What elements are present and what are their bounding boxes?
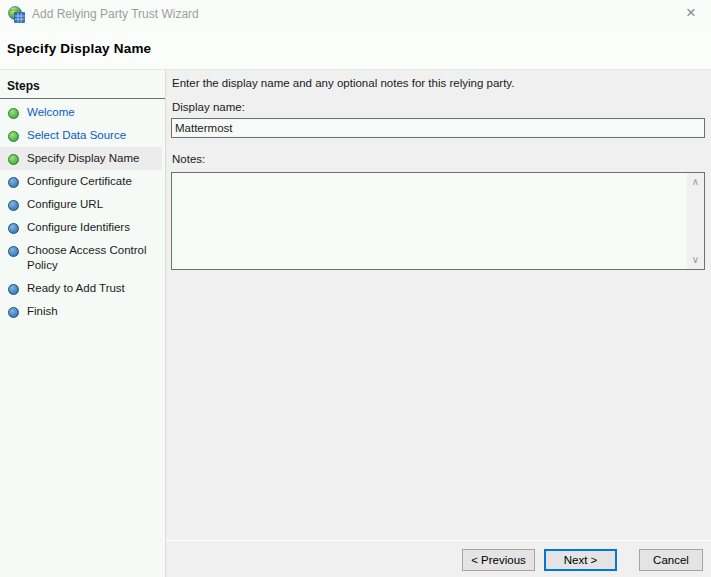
step-item-choose-access-control-policy[interactable]: Choose Access Control Policy — [0, 239, 162, 277]
step-item-configure-url[interactable]: Configure URL — [0, 193, 162, 216]
scroll-up-icon[interactable]: ∧ — [687, 175, 704, 189]
steps-heading: Steps — [0, 70, 165, 99]
notes-field-frame: ∧ ∨ — [171, 172, 705, 270]
step-bullet-icon — [8, 131, 19, 142]
display-name-label: Display name: — [172, 101, 245, 113]
title-bar: Add Relying Party Trust Wizard × — [0, 0, 711, 28]
scroll-down-icon[interactable]: ∨ — [687, 253, 704, 267]
adfs-wizard-globe-icon — [8, 6, 25, 23]
page-title: Specify Display Name — [7, 41, 151, 56]
step-item-select-data-source[interactable]: Select Data Source — [0, 124, 162, 147]
step-label: Welcome — [27, 105, 75, 120]
wizard-window: Add Relying Party Trust Wizard × Specify… — [0, 0, 711, 577]
footer-button-bar: < Previous Next > Cancel — [166, 541, 711, 577]
step-bullet-icon — [8, 223, 19, 234]
step-label: Configure Certificate — [27, 174, 132, 189]
step-item-welcome[interactable]: Welcome — [0, 101, 162, 124]
notes-label: Notes: — [172, 153, 205, 165]
step-item-specify-display-name[interactable]: Specify Display Name — [0, 147, 162, 170]
close-icon[interactable]: × — [680, 2, 702, 24]
main-panel: Enter the display name and any optional … — [166, 70, 711, 577]
step-item-finish[interactable]: Finish — [0, 300, 162, 323]
step-bullet-icon — [8, 200, 19, 211]
steps-list: Welcome Select Data Source Specify Displ… — [0, 99, 165, 323]
step-item-configure-identifiers[interactable]: Configure Identifiers — [0, 216, 162, 239]
display-name-input[interactable] — [171, 118, 705, 138]
step-label: Ready to Add Trust — [27, 281, 125, 296]
step-bullet-icon — [8, 307, 19, 318]
step-bullet-icon — [8, 177, 19, 188]
next-button[interactable]: Next > — [544, 549, 617, 571]
step-item-ready-to-add-trust[interactable]: Ready to Add Trust — [0, 277, 162, 300]
step-label: Specify Display Name — [27, 151, 139, 166]
steps-sidebar: Steps Welcome Select Data Source Specify… — [0, 70, 166, 577]
step-bullet-icon — [8, 284, 19, 295]
instruction-text: Enter the display name and any optional … — [172, 77, 514, 89]
previous-button[interactable]: < Previous — [462, 549, 535, 571]
step-label: Configure Identifiers — [27, 220, 130, 235]
step-label: Choose Access Control Policy — [27, 243, 158, 273]
cancel-button[interactable]: Cancel — [639, 549, 703, 571]
step-label: Select Data Source — [27, 128, 126, 143]
step-label: Finish — [27, 304, 58, 319]
step-bullet-icon — [8, 108, 19, 119]
step-item-configure-certificate[interactable]: Configure Certificate — [0, 170, 162, 193]
window-title: Add Relying Party Trust Wizard — [32, 7, 199, 21]
step-bullet-icon — [8, 246, 19, 257]
notes-textarea[interactable] — [172, 173, 686, 269]
notes-scrollbar[interactable]: ∧ ∨ — [687, 173, 704, 269]
step-label: Configure URL — [27, 197, 103, 212]
step-bullet-icon — [8, 154, 19, 165]
header-band: Specify Display Name — [0, 28, 711, 70]
